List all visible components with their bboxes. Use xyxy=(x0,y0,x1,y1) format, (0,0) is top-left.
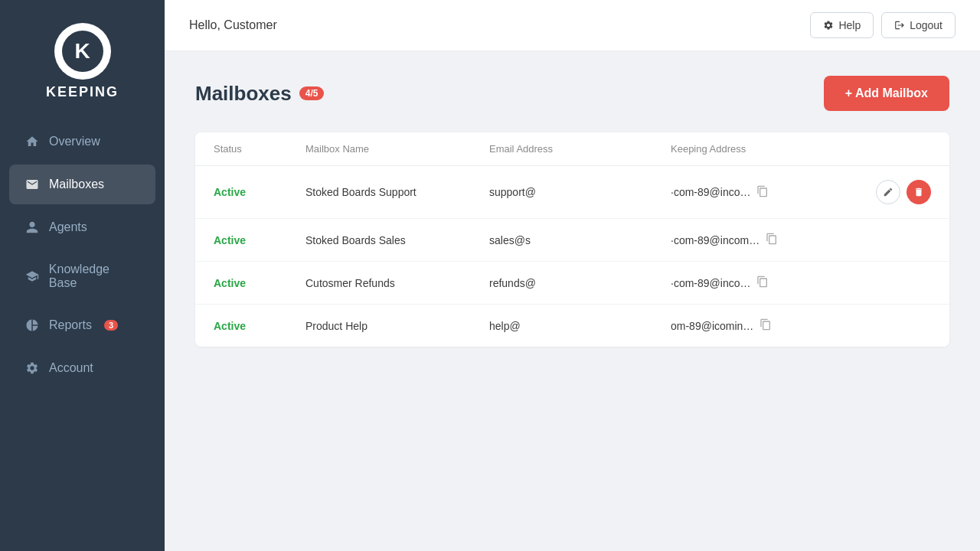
sidebar-label-mailboxes: Mailboxes xyxy=(49,178,104,191)
keeping-address-text: ·com-89@inco… xyxy=(671,277,750,289)
edit-button[interactable] xyxy=(876,180,900,204)
keeping-address-text: ·com-89@incom… xyxy=(671,234,760,246)
agents-icon xyxy=(24,220,40,235)
sidebar-item-mailboxes[interactable]: Mailboxes xyxy=(9,165,155,204)
copy-icon[interactable] xyxy=(756,276,769,290)
col-header-name: Mailbox Name xyxy=(305,143,489,155)
logout-label: Logout xyxy=(910,19,942,31)
status-badge: Active xyxy=(214,234,305,246)
mailbox-name: Product Help xyxy=(305,320,489,332)
logo-k-inner: K xyxy=(62,31,103,72)
sidebar-label-agents: Agents xyxy=(49,220,87,234)
help-button[interactable]: Help xyxy=(810,12,874,38)
status-badge: Active xyxy=(214,277,305,289)
email-address: help@ xyxy=(489,320,671,332)
page-title: Mailboxes xyxy=(195,82,292,106)
add-mailbox-button[interactable]: + Add Mailbox xyxy=(824,76,949,111)
col-header-keeping: Keeping Address xyxy=(671,143,870,155)
page-content: Mailboxes 4/5 + Add Mailbox Status Mailb… xyxy=(165,51,980,551)
sidebar: K KEEPING Overview Mailboxes Agents xyxy=(0,0,165,551)
sidebar-item-agents[interactable]: Agents xyxy=(9,207,155,247)
email-address: support@ xyxy=(489,186,671,198)
knowledge-icon xyxy=(24,269,40,284)
col-header-status: Status xyxy=(214,143,305,155)
table-row: Active Stoked Boards Support support@ ·c… xyxy=(195,166,949,219)
sidebar-nav: Overview Mailboxes Agents Knowledge Base… xyxy=(0,116,165,394)
trash-icon xyxy=(913,187,924,197)
email-address: sales@s xyxy=(489,234,671,246)
mailboxes-table: Status Mailbox Name Email Address Keepin… xyxy=(195,132,949,347)
edit-icon xyxy=(883,187,893,197)
sidebar-label-reports: Reports xyxy=(49,318,92,332)
main-content: Hello, Customer Help Logout Mailboxes 4/… xyxy=(165,0,980,551)
gear-icon xyxy=(823,20,834,31)
keeping-address: ·com-89@inco… xyxy=(671,276,870,290)
logout-icon xyxy=(894,20,905,31)
col-header-email: Email Address xyxy=(489,143,671,155)
table-row: Active Cutosmer Refunds refunds@ ·com-89… xyxy=(195,262,949,305)
copy-icon[interactable] xyxy=(760,318,772,333)
col-header-actions xyxy=(870,143,931,155)
top-header: Hello, Customer Help Logout xyxy=(165,0,980,51)
delete-button[interactable] xyxy=(906,180,931,204)
content-header: Mailboxes 4/5 + Add Mailbox xyxy=(195,76,949,111)
table-row: Active Product Help help@ om-89@icomin… xyxy=(195,305,949,347)
mailbox-name: Stoked Boards Support xyxy=(305,186,489,198)
reports-badge: 3 xyxy=(104,320,118,331)
keeping-address-text: om-89@icomin… xyxy=(671,320,753,332)
reports-icon xyxy=(24,318,40,333)
sidebar-item-reports[interactable]: Reports 3 xyxy=(9,305,155,345)
keeping-address: ·com-89@inco… xyxy=(671,185,870,200)
logo-k-letter: K xyxy=(74,39,90,64)
copy-icon[interactable] xyxy=(766,233,778,247)
status-badge: Active xyxy=(214,320,305,332)
greeting-text: Hello, Customer xyxy=(189,18,277,32)
sidebar-logo: K KEEPING xyxy=(46,0,119,116)
header-action-buttons: Help Logout xyxy=(810,12,956,38)
sidebar-label-overview: Overview xyxy=(49,135,100,148)
table-row: Active Stoked Boards Sales sales@s ·com-… xyxy=(195,219,949,262)
keeping-address: om-89@icomin… xyxy=(671,318,870,333)
status-badge: Active xyxy=(214,186,305,198)
copy-icon[interactable] xyxy=(756,185,769,200)
logo-circle: K xyxy=(54,23,111,80)
mailbox-count-badge: 4/5 xyxy=(299,86,325,100)
mailbox-name: Stoked Boards Sales xyxy=(305,234,489,246)
sidebar-item-knowledge-base[interactable]: Knowledge Base xyxy=(9,250,155,302)
help-label: Help xyxy=(838,19,861,31)
logo-text: KEEPING xyxy=(46,84,119,100)
keeping-address: ·com-89@incom… xyxy=(671,233,870,247)
home-icon xyxy=(24,134,40,149)
row-actions xyxy=(870,180,931,204)
page-title-row: Mailboxes 4/5 xyxy=(195,82,324,106)
logout-button[interactable]: Logout xyxy=(881,12,956,38)
table-header: Status Mailbox Name Email Address Keepin… xyxy=(195,132,949,166)
mailbox-name: Cutosmer Refunds xyxy=(305,277,489,289)
keeping-address-text: ·com-89@inco… xyxy=(671,186,750,198)
sidebar-label-account: Account xyxy=(49,361,93,375)
sidebar-item-account[interactable]: Account xyxy=(9,348,155,388)
mailbox-icon xyxy=(24,177,40,192)
sidebar-item-overview[interactable]: Overview xyxy=(9,122,155,161)
email-address: refunds@ xyxy=(489,277,671,289)
account-icon xyxy=(24,360,40,376)
sidebar-label-knowledge-base: Knowledge Base xyxy=(49,262,140,290)
